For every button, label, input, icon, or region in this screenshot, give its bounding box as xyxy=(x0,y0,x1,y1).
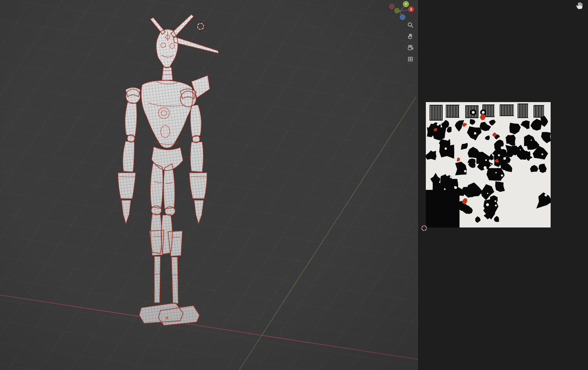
mouse-cursor-hand-icon xyxy=(575,0,585,10)
hand-icon xyxy=(407,33,414,40)
axis-x-line xyxy=(0,295,418,359)
blender-window: Y X xyxy=(0,0,588,370)
gizmo-x-label: X xyxy=(410,8,412,11)
magnifier-icon xyxy=(407,21,414,29)
gizmo-z-ball[interactable] xyxy=(400,15,405,20)
grid-icon xyxy=(407,55,414,63)
viewport-3d[interactable]: Y X xyxy=(0,0,418,370)
cursor-3d-icon xyxy=(195,21,206,32)
cursor-2d-icon xyxy=(419,223,429,233)
uv-layout-image[interactable] xyxy=(426,102,551,227)
pan-button[interactable] xyxy=(406,32,415,41)
axis-gizmo[interactable]: Y X xyxy=(383,0,418,23)
view-toggle-button[interactable] xyxy=(406,54,415,63)
camera-view-button[interactable] xyxy=(406,43,415,52)
gizmo-y-negative-ball[interactable] xyxy=(395,8,399,13)
object-origin-dot xyxy=(166,317,168,319)
zoom-button[interactable] xyxy=(406,21,415,29)
axis-y-line xyxy=(239,97,416,370)
viewport-scene xyxy=(0,0,418,370)
gizmo-y-label: Y xyxy=(405,2,407,6)
character-model[interactable] xyxy=(103,10,226,332)
uv-editor-panel[interactable] xyxy=(419,0,588,370)
camera-icon xyxy=(407,44,414,51)
gizmo-x-negative-ball[interactable] xyxy=(389,4,394,9)
viewport-nav-buttons xyxy=(406,21,415,63)
